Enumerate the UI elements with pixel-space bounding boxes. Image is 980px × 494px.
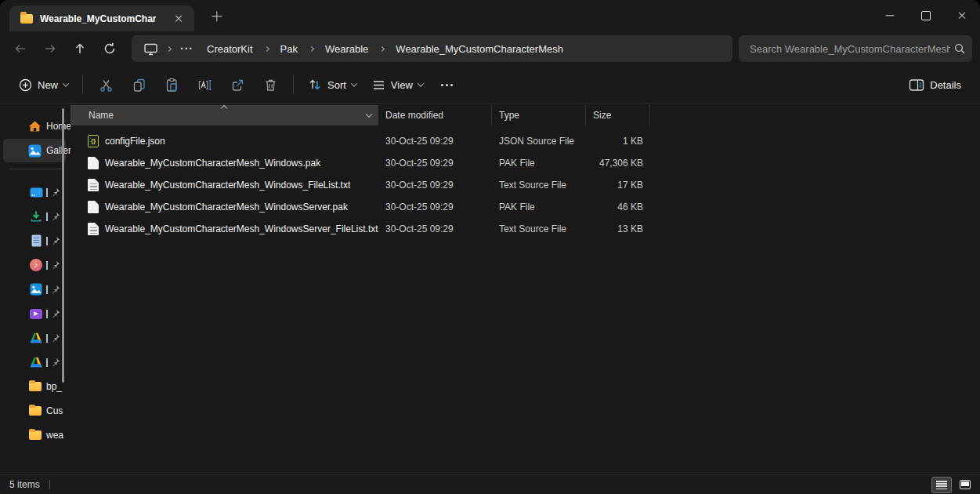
cut-icon	[99, 78, 114, 93]
sort-icon	[308, 78, 322, 92]
pin-icon	[51, 358, 60, 367]
sidebar-item-folder-cus[interactable]: Cus	[3, 399, 66, 423]
delete-button[interactable]	[254, 71, 287, 99]
copy-button[interactable]	[122, 71, 155, 99]
sidebar-item-documents[interactable]	[3, 229, 66, 252]
crumb-wearable[interactable]: Wearable	[319, 41, 374, 57]
view-button[interactable]: View	[364, 71, 431, 99]
file-type: JSON Source File	[492, 136, 586, 147]
sidebar-item-label: Home	[46, 121, 71, 132]
file-row[interactable]: Wearable_MyCustomCharacterMesh_Windows_F…	[71, 174, 980, 196]
view-list-icon	[372, 79, 385, 91]
sidebar-item-label: wea	[46, 430, 63, 441]
sidebar-item-folder-bp[interactable]: bp_	[3, 375, 66, 398]
clipped-label-sliver	[46, 212, 48, 221]
sidebar-item-desktop[interactable]	[3, 180, 66, 204]
sidebar-scrollbar[interactable]	[62, 108, 64, 383]
explorer-tab[interactable]: Wearable_MyCustomCharacterMesh	[9, 5, 194, 31]
google-drive-icon	[30, 357, 42, 368]
titlebar: Wearable_MyCustomCharacterMesh	[0, 0, 980, 31]
file-date: 30-Oct-25 09:29	[378, 136, 492, 147]
crumb-pak[interactable]: Pak	[274, 41, 304, 57]
music-icon: ♪	[30, 259, 42, 271]
column-label: Date modified	[385, 110, 443, 121]
new-button[interactable]: New	[11, 71, 76, 99]
search-input[interactable]	[739, 43, 953, 55]
file-name-cell: Wearable_MyCustomCharacterMesh_Windows_F…	[71, 179, 378, 191]
column-header-name[interactable]: Name	[71, 105, 378, 125]
sort-button[interactable]: Sort	[300, 71, 364, 99]
home-icon	[28, 120, 42, 133]
cut-button[interactable]	[89, 71, 122, 99]
large-icons-view-toggle[interactable]	[955, 477, 975, 493]
file-list-pane: Name Date modified Type Size configFile.…	[71, 104, 980, 474]
details-view-toggle[interactable]	[931, 477, 952, 493]
rename-button[interactable]	[188, 71, 221, 99]
pin-wrap	[46, 358, 60, 367]
sidebar-item-gallery[interactable]: Gallery	[3, 139, 66, 162]
file-row[interactable]: configFile.json 30-Oct-25 09:29 JSON Sou…	[71, 130, 980, 152]
sidebar-item-pictures[interactable]	[3, 278, 66, 301]
maximize-button[interactable]	[908, 0, 944, 31]
column-header-size[interactable]: Size	[586, 105, 650, 125]
close-window-button[interactable]	[944, 0, 980, 31]
chevron-down-icon	[418, 80, 424, 86]
pin-wrap	[46, 285, 60, 294]
chevron-down-icon[interactable]	[366, 111, 372, 118]
details-pane-button[interactable]: Details	[901, 71, 969, 99]
refresh-icon	[103, 42, 117, 56]
sidebar-item-drive[interactable]	[3, 326, 66, 350]
share-icon	[230, 78, 245, 93]
sidebar-item-folder-wea[interactable]: wea	[3, 423, 66, 447]
file-row[interactable]: Wearable_MyCustomCharacterMesh_WindowsSe…	[71, 218, 980, 240]
sidebar-item-home[interactable]: Home	[3, 114, 66, 138]
breadcrumb[interactable]: ··· CreatorKit Pak Wearable Wearable_MyC…	[132, 35, 732, 62]
pin-wrap	[46, 333, 60, 343]
gallery-icon	[28, 144, 42, 158]
file-row[interactable]: Wearable_MyCustomCharacterMesh_Windows.p…	[71, 152, 980, 174]
refresh-button[interactable]	[96, 35, 124, 62]
chevron-right-icon	[309, 45, 314, 51]
breadcrumb-overflow[interactable]: ···	[176, 42, 197, 55]
new-tab-button[interactable]	[205, 5, 229, 28]
minimize-button[interactable]	[872, 0, 908, 31]
column-header-date-modified[interactable]: Date modified	[378, 105, 492, 125]
crumb-creatorkit[interactable]: CreatorKit	[201, 41, 259, 57]
column-header-type[interactable]: Type	[492, 105, 586, 125]
plus-circle-icon	[19, 78, 32, 92]
pin-icon	[51, 309, 60, 318]
share-button[interactable]	[221, 71, 254, 99]
clipped-label-sliver	[46, 310, 48, 318]
paste-button[interactable]	[155, 71, 188, 99]
up-button[interactable]	[66, 35, 94, 62]
sidebar-item-label: Cus	[46, 405, 63, 416]
paste-icon	[165, 78, 179, 93]
pictures-icon	[30, 283, 42, 296]
sidebar-item-drive-2[interactable]	[3, 351, 66, 374]
clipped-label-sliver	[46, 358, 48, 367]
chevron-right-icon	[166, 45, 172, 51]
file-row[interactable]: Wearable_MyCustomCharacterMesh_WindowsSe…	[71, 196, 980, 218]
json-file-icon	[88, 135, 99, 147]
tab-close-button[interactable]	[169, 9, 188, 28]
file-type: Text Source File	[492, 180, 586, 191]
details-view-icon	[936, 481, 947, 489]
sidebar-item-label: Gallery	[46, 145, 71, 156]
pin-icon	[51, 333, 60, 343]
chevron-down-icon	[351, 80, 357, 86]
clipped-label-sliver	[46, 261, 48, 270]
large-icons-view-icon	[960, 480, 971, 489]
file-name-cell: Wearable_MyCustomCharacterMesh_WindowsSe…	[71, 201, 378, 213]
sidebar-item-music[interactable]: ♪	[3, 253, 66, 277]
status-bar: 5 items	[0, 474, 980, 494]
forward-button[interactable]	[36, 35, 64, 62]
back-button[interactable]	[6, 35, 34, 62]
details-pane-icon	[909, 78, 924, 92]
items-count: 5 items	[9, 479, 40, 490]
crumb-current-folder[interactable]: Wearable_MyCustomCharacterMesh	[389, 41, 570, 57]
sidebar-item-videos[interactable]: ▶	[3, 302, 66, 325]
search-box[interactable]	[739, 35, 972, 62]
more-options-button[interactable]	[431, 71, 464, 99]
this-pc-crumb[interactable]	[139, 38, 161, 60]
sidebar-item-downloads[interactable]	[3, 205, 66, 228]
